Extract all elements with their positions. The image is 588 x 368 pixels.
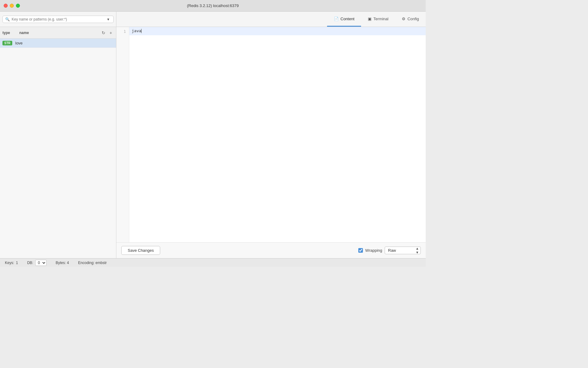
wrapping-area: Wrapping Raw JSON MessagePack ▲ ▼	[358, 247, 421, 254]
terminal-icon: ▣	[368, 17, 371, 21]
minimize-button[interactable]	[10, 4, 14, 8]
line-numbers: 1	[116, 27, 129, 242]
traffic-lights	[4, 4, 20, 8]
bytes-value: Bytes: 4	[56, 261, 69, 265]
tab-config[interactable]: ⚙ Config	[395, 12, 426, 27]
sidebar-header: type name ↻ +	[0, 27, 116, 39]
sidebar: type name ↻ + STR love	[0, 27, 116, 258]
content-area: 1 java Save Changes Wrapping Raw JSON Me…	[116, 27, 426, 258]
raw-format-select[interactable]: Raw JSON MessagePack	[385, 247, 421, 254]
line-number-1: 1	[124, 29, 126, 35]
search-icon: 🔍	[5, 17, 10, 21]
config-icon: ⚙	[402, 17, 405, 21]
status-bar: Keys: 1 DB: 0 1 2 Bytes: 4 Encoding: emb…	[0, 258, 426, 267]
search-area: 🔍 ▼	[0, 12, 116, 27]
raw-select-wrapper: Raw JSON MessagePack ▲ ▼	[385, 247, 421, 254]
tab-buttons: 📄 Content ▣ Terminal ⚙ Config	[327, 12, 426, 27]
close-button[interactable]	[4, 4, 8, 8]
column-type-header: type	[2, 31, 19, 35]
editor-text-area: java	[129, 27, 426, 242]
main-area: type name ↻ + STR love 1 java	[0, 27, 426, 258]
encoding-value: Encoding: embstr	[78, 261, 107, 265]
title-bar: (Redis 3.2.12) localhost:6379	[0, 0, 426, 12]
status-keys: Keys: 1	[5, 261, 18, 265]
maximize-button[interactable]	[16, 4, 20, 8]
sidebar-actions: ↻ +	[100, 29, 114, 36]
wrapping-checkbox[interactable]	[358, 248, 363, 253]
status-db: DB: 0 1 2	[27, 260, 47, 266]
keys-label: Keys:	[5, 261, 14, 265]
editor-area: 1 java	[116, 27, 426, 242]
key-list: STR love	[0, 39, 116, 258]
toolbar: 🔍 ▼ 📄 Content ▣ Terminal ⚙ Config	[0, 12, 426, 27]
reload-button[interactable]: ↻	[100, 29, 107, 36]
status-encoding: Encoding: embstr	[78, 261, 107, 265]
key-name: love	[15, 41, 23, 45]
add-key-button[interactable]: +	[108, 29, 114, 36]
cursor	[141, 29, 141, 33]
key-row[interactable]: STR love	[0, 39, 116, 48]
tab-content[interactable]: 📄 Content	[327, 12, 361, 27]
db-select[interactable]: 0 1 2	[35, 260, 47, 266]
tab-terminal[interactable]: ▣ Terminal	[361, 12, 395, 27]
content-footer: Save Changes Wrapping Raw JSON MessagePa…	[116, 242, 426, 258]
wrapping-label[interactable]: Wrapping	[365, 248, 382, 253]
keys-value: 1	[16, 261, 18, 265]
save-changes-button[interactable]: Save Changes	[121, 246, 160, 255]
type-badge: STR	[2, 41, 12, 45]
window-title: (Redis 3.2.12) localhost:6379	[187, 3, 239, 8]
status-bytes: Bytes: 4	[56, 261, 69, 265]
search-dropdown-button[interactable]: ▼	[106, 17, 111, 21]
db-label: DB:	[27, 261, 33, 265]
search-input[interactable]	[12, 17, 104, 21]
editor-line-1[interactable]: java	[129, 27, 426, 35]
search-input-wrapper: 🔍 ▼	[2, 16, 114, 23]
column-name-header: name	[19, 31, 100, 35]
content-icon: 📄	[334, 17, 339, 21]
